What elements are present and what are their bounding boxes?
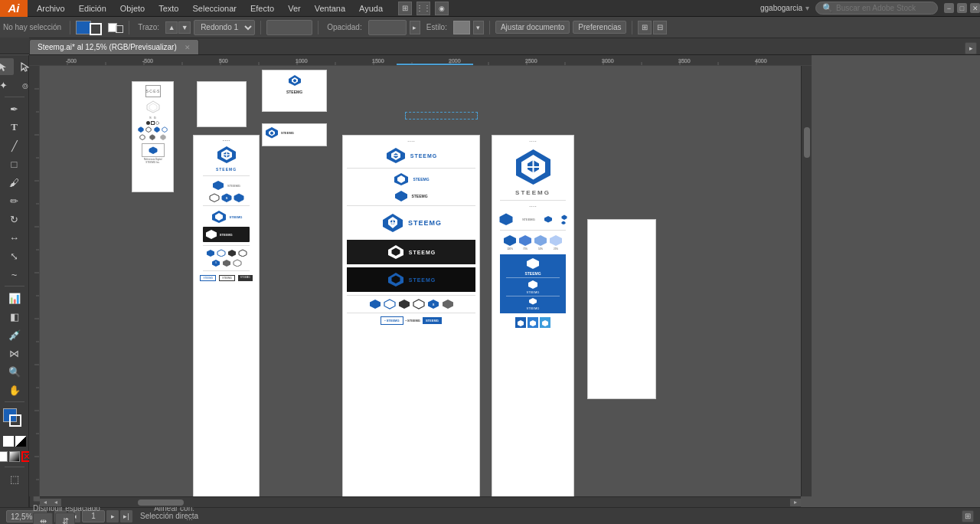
view-mode-btn1[interactable]: ⊞ — [638, 21, 652, 34]
canvas-area[interactable]: S·C·E·S SG — [40, 66, 812, 496]
menu-ventana[interactable]: Ventana — [309, 2, 351, 15]
hscroll-left2-btn[interactable]: ◂ — [51, 499, 61, 506]
search-input[interactable] — [836, 4, 928, 12]
svg-text:4000: 4000 — [755, 58, 767, 64]
svg-marker-81 — [217, 250, 225, 257]
menu-seleccionar[interactable]: Seleccionar — [186, 2, 242, 15]
zoom-btn[interactable]: 🔍 — [4, 363, 25, 380]
preferences-btn[interactable]: Preferencias — [573, 21, 626, 34]
svg-marker-72 — [213, 181, 224, 190]
change-screen-btn[interactable]: ⬚ — [4, 470, 25, 487]
graph-btn[interactable]: 📊 — [4, 290, 25, 306]
stroke-down-btn[interactable]: ▼ — [178, 21, 191, 34]
window-controls: − □ ✕ — [944, 3, 980, 13]
fill-color-btn[interactable] — [76, 21, 91, 34]
tab-collapse-btn[interactable]: ▸ — [965, 42, 977, 54]
arrange-icon[interactable]: ⊞ — [398, 2, 412, 15]
svg-marker-76 — [234, 194, 243, 202]
stroke-icon[interactable] — [116, 25, 123, 33]
svg-marker-94 — [395, 191, 407, 201]
color-wells — [3, 408, 26, 430]
style-color-box[interactable] — [453, 21, 470, 34]
svg-text:500: 500 — [219, 58, 228, 64]
style-dropdown-btn[interactable]: ▾ — [473, 21, 484, 34]
stroke-label: Trazo: — [135, 23, 162, 31]
menu-objeto[interactable]: Objeto — [114, 2, 151, 15]
menu-edicion[interactable]: Edición — [73, 2, 113, 15]
blend-btn[interactable]: ⋈ — [4, 345, 25, 362]
menu-ayuda[interactable]: Ayuda — [353, 2, 389, 15]
opacity-label: Opacidad: — [324, 23, 365, 31]
horizontal-scrollbar[interactable]: ◂ ◂ ▸ — [40, 496, 801, 507]
pen-tool-btn[interactable]: ✒ — [4, 100, 25, 117]
search-box[interactable]: 🔍 — [815, 2, 938, 15]
svg-marker-107 — [413, 300, 424, 309]
hscroll-left-btn[interactable]: ◂ — [40, 499, 51, 506]
v-scroll-thumb[interactable] — [804, 127, 810, 158]
opacity-input[interactable]: 100% — [368, 20, 407, 35]
magic-wand-btn[interactable]: ✦ — [0, 77, 14, 93]
none-fill-btn[interactable] — [3, 436, 14, 447]
color-mode-btn[interactable] — [0, 451, 8, 462]
svg-marker-122 — [534, 235, 547, 246]
opacity-expand-btn[interactable]: ▸ — [410, 21, 420, 34]
svg-text:2000: 2000 — [449, 58, 461, 64]
stroke-width-input[interactable] — [266, 20, 312, 35]
ruler-h-svg: -500 -500 500 1000 1500 2000 2500 3000 3… — [29, 55, 812, 66]
stroke-color-btn[interactable] — [90, 23, 102, 35]
minimize-btn[interactable]: − — [944, 3, 954, 13]
gradient-btn[interactable]: ◧ — [4, 308, 25, 325]
type-tool-btn[interactable]: T — [4, 119, 25, 136]
adjust-document-btn[interactable]: Ajustar documento — [495, 21, 570, 34]
vertical-scrollbar[interactable] — [801, 66, 812, 496]
stroke-select[interactable]: Redondo 1... — [194, 20, 255, 35]
svg-marker-121 — [519, 235, 531, 246]
maximize-btn[interactable]: □ — [957, 3, 967, 13]
svg-text:S: S — [214, 261, 216, 264]
pencil-btn[interactable]: ✏ — [4, 192, 25, 209]
gradient-mode-btn[interactable] — [9, 451, 20, 462]
artboard-right-guide: • • • • STEEMG • • • • STEEMG — [492, 135, 574, 496]
close-btn[interactable]: ✕ — [970, 3, 980, 13]
svg-text:2500: 2500 — [525, 58, 537, 64]
svg-text:1500: 1500 — [372, 58, 384, 64]
stroke-well[interactable] — [9, 414, 21, 427]
rotate-btn[interactable]: ↻ — [4, 211, 25, 228]
tab-steemg[interactable]: Steemg.ai* al 12,5% (RGB/Previsualizar) … — [29, 39, 199, 54]
tab-close-btn[interactable]: ✕ — [185, 44, 191, 51]
menu-efecto[interactable]: Efecto — [244, 2, 280, 15]
bridge-icon[interactable]: ◉ — [435, 2, 449, 15]
stroke-up-btn[interactable]: ▲ — [165, 21, 178, 34]
reflect-btn[interactable]: ↔ — [4, 229, 25, 246]
svg-marker-127 — [518, 320, 524, 326]
dist-spacing-h-btn[interactable]: ⇹ — [33, 513, 53, 524]
hand-btn[interactable]: ✋ — [4, 382, 25, 398]
grid-icon[interactable]: ⋮⋮ — [416, 2, 430, 15]
rect-tool-btn[interactable]: □ — [4, 156, 25, 172]
menu-texto[interactable]: Texto — [152, 2, 185, 15]
hscroll-right-btn[interactable]: ▸ — [790, 499, 801, 506]
artboard-2: STEEMG — [262, 70, 327, 112]
svg-marker-51 — [149, 103, 157, 111]
svg-text:-500: -500 — [66, 58, 77, 64]
warp-btn[interactable]: ~ — [4, 266, 25, 283]
app-logo: Ai — [0, 0, 28, 17]
eyedropper-btn[interactable]: 💉 — [4, 326, 25, 343]
paintbrush-btn[interactable]: 🖌 — [4, 174, 25, 191]
selection-tool-btn[interactable] — [0, 58, 14, 75]
menu-ver[interactable]: Ver — [282, 2, 307, 15]
canvas-nav-toggle-btn[interactable]: ⊞ — [962, 510, 974, 522]
swap-colors-btn[interactable] — [15, 436, 26, 447]
h-scroll-thumb[interactable] — [138, 499, 184, 506]
view-mode-btn2[interactable]: ⊟ — [653, 21, 667, 34]
toolbar: No hay selección Trazo: ▲ ▼ Redondo 1...… — [0, 17, 980, 38]
svg-text:S: S — [432, 303, 434, 306]
svg-marker-79 — [206, 230, 217, 239]
dist-spacing-v-btn[interactable]: ⇵ — [55, 513, 75, 524]
line-tool-btn[interactable]: ╱ — [4, 137, 25, 154]
svg-marker-60 — [149, 147, 157, 154]
menu-archivo[interactable]: Archivo — [31, 2, 71, 15]
svg-marker-87 — [234, 260, 241, 267]
scale-btn[interactable]: ⤡ — [4, 247, 25, 264]
svg-marker-52 — [156, 122, 159, 125]
